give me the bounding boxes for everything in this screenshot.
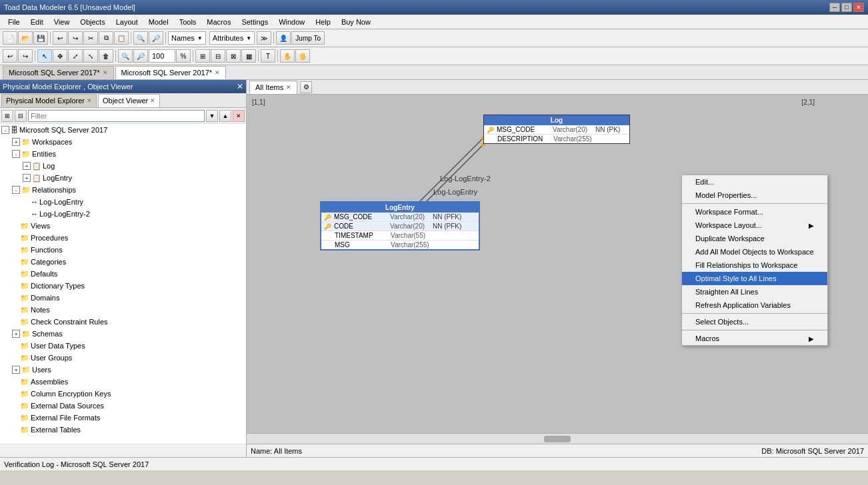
ctx-refresh-vars[interactable]: Refresh Application Variables [682, 298, 827, 312]
cut-button[interactable]: ✂ [83, 31, 98, 45]
logentry-entity[interactable]: LogEntry 🔑 MSG_CODE Varchar(20) NN (PFK)… [320, 201, 480, 250]
workspaces-expand[interactable]: + [12, 138, 20, 146]
menu-view[interactable]: View [49, 17, 75, 27]
menu-macros[interactable]: Macros [201, 17, 236, 27]
ctx-straighten-lines[interactable]: Straighten All Lines [682, 285, 827, 298]
user-button[interactable]: 👤 [276, 31, 291, 45]
menu-file[interactable]: File [3, 17, 25, 27]
tree-nav-down-button[interactable]: ▼ [206, 110, 218, 122]
ctx-macros[interactable]: Macros ▶ [682, 332, 827, 345]
tree-functions[interactable]: 📁 Functions [0, 244, 246, 256]
menu-buynow[interactable]: Buy Now [336, 17, 376, 27]
canvas-tab-settings-button[interactable]: ⚙ [300, 81, 312, 93]
h-scrollbar-thumb[interactable] [544, 436, 571, 442]
close-button[interactable]: ✕ [853, 3, 864, 12]
all-items-tab-close[interactable]: ✕ [286, 84, 291, 91]
tree-root[interactable]: - 🗄 Microsoft SQL Server 2017 [0, 124, 246, 136]
tb2-btn13[interactable]: ▦ [241, 49, 256, 63]
menu-settings[interactable]: Settings [236, 17, 273, 27]
attributes-dropdown[interactable]: Attributes ▼ [209, 31, 255, 45]
tree-relationships[interactable]: - 📁 Relationships [0, 184, 246, 196]
log-expand[interactable]: + [23, 162, 31, 170]
tab-1[interactable]: Microsoft SQL Server 2017* ✕ [3, 66, 114, 79]
maximize-button[interactable]: □ [841, 3, 852, 12]
tab-2-close[interactable]: ✕ [215, 69, 220, 76]
ctx-edit[interactable]: Edit... [682, 175, 827, 189]
zoom-out-button[interactable]: 🔎 [149, 31, 163, 45]
menu-objects[interactable]: Objects [75, 17, 110, 27]
sub-tab-1-close[interactable]: ✕ [150, 97, 155, 104]
diagram-canvas[interactable]: [1,1] [2,1] Log-LogEntry-2 Log-LogEntry … [247, 95, 868, 433]
tb2-btn5[interactable]: ⤢ [68, 49, 83, 63]
tb2-btn2[interactable]: ↪ [18, 49, 33, 63]
copy-button[interactable]: ⧉ [99, 31, 113, 45]
tree-procedures[interactable]: 📁 Procedures [0, 232, 246, 244]
tb2-btn6[interactable]: ⤡ [83, 49, 98, 63]
menu-edit[interactable]: Edit [25, 17, 49, 27]
tree-ext-tables[interactable]: 📁 External Tables [0, 424, 246, 436]
root-expand[interactable]: - [1, 126, 9, 134]
undo-button[interactable]: ↩ [53, 31, 67, 45]
open-button[interactable]: 📂 [18, 31, 33, 45]
tb2-btn8[interactable]: 🔍 [118, 49, 133, 63]
tree-schemas[interactable]: + 📁 Schemas [0, 328, 246, 340]
zoom-step-button[interactable]: % [176, 49, 191, 63]
sub-tab-0-close[interactable]: ✕ [87, 97, 92, 104]
select-tool-button[interactable]: ↖ [37, 49, 52, 63]
zoom-in-button[interactable]: 🔍 [133, 31, 148, 45]
tb2-btn10[interactable]: ⊞ [195, 49, 210, 63]
tree-rel-1[interactable]: ↔ Log-LogEntry [0, 196, 246, 208]
all-items-tab[interactable]: All Items ✕ [249, 81, 297, 94]
menu-model[interactable]: Model [143, 17, 174, 27]
panel-collapse-all-button[interactable]: ⊟ [15, 110, 27, 122]
menu-window[interactable]: Window [273, 17, 310, 27]
tree-notes[interactable]: 📁 Notes [0, 304, 246, 316]
tree-clear-filter-button[interactable]: ✕ [233, 110, 245, 122]
tree-col-enc-keys[interactable]: 📁 Column Encryption Keys [0, 388, 246, 400]
sub-tab-object-viewer[interactable]: Object Viewer ✕ [98, 94, 160, 107]
tree-ext-data-sources[interactable]: 📁 External Data Sources [0, 400, 246, 412]
ctx-optimal-style[interactable]: Optimal Style to All Lines [682, 272, 827, 285]
tree-filter-input[interactable] [28, 110, 205, 122]
panel-close-button[interactable]: ✕ [237, 82, 243, 91]
tb2-btn1[interactable]: ↩ [3, 49, 17, 63]
panel-expand-all-button[interactable]: ⊞ [1, 110, 13, 122]
log-entity[interactable]: Log 🔑 MSG_CODE Varchar(20) NN (PK) DESCR… [483, 115, 630, 144]
zoom-dropdown[interactable]: 100 [149, 49, 175, 63]
tree-user-data-types[interactable]: 📁 User Data Types [0, 340, 246, 352]
logentry-expand[interactable]: + [23, 174, 31, 182]
tab-2[interactable]: Microsoft SQL Server 2017* ✕ [115, 66, 227, 79]
save-button[interactable]: 💾 [33, 31, 48, 45]
jump-button[interactable]: Jump To [291, 31, 325, 45]
tree-users[interactable]: + 📁 Users [0, 364, 246, 376]
tree-defaults[interactable]: 📁 Defaults [0, 268, 246, 280]
tree-log[interactable]: + 📋 Log [0, 160, 246, 172]
ctx-fill-relationships[interactable]: Fill Relationships to Workspace [682, 258, 827, 272]
tb2-btn14[interactable]: T [261, 49, 275, 63]
tb2-btn4[interactable]: ✥ [53, 49, 67, 63]
menu-tools[interactable]: Tools [174, 17, 202, 27]
minimize-button[interactable]: ─ [829, 3, 840, 12]
ctx-model-properties[interactable]: Model Properties... [682, 189, 827, 202]
entities-expand[interactable]: - [12, 150, 20, 158]
ctx-select-objects[interactable]: Select Objects... [682, 315, 827, 328]
tb2-btn9[interactable]: 🔎 [133, 49, 148, 63]
tab-1-close[interactable]: ✕ [103, 69, 108, 76]
more-options-button[interactable]: ≫ [257, 31, 271, 45]
menu-help[interactable]: Help [310, 17, 336, 27]
users-expand[interactable]: + [12, 366, 20, 374]
tree-ext-file-formats[interactable]: 📁 External File Formats [0, 412, 246, 424]
tb2-btn12[interactable]: ⊠ [226, 49, 241, 63]
tree-workspaces[interactable]: + 📁 Workspaces [0, 136, 246, 148]
tree-categories[interactable]: 📁 Categories [0, 256, 246, 268]
menu-layout[interactable]: Layout [111, 17, 143, 27]
relationships-expand[interactable]: - [12, 186, 20, 194]
tree-nav-up-button[interactable]: ▲ [219, 110, 231, 122]
sub-tab-physical-model[interactable]: Physical Model Explorer ✕ [1, 94, 97, 107]
tree-logentry[interactable]: + 📋 LogEntry [0, 172, 246, 184]
tb2-btn7[interactable]: 🗑 [99, 49, 113, 63]
tb2-btn11[interactable]: ⊟ [211, 49, 225, 63]
ctx-workspace-layout[interactable]: Workspace Layout... ▶ [682, 219, 827, 232]
tree-rel-2[interactable]: ↔ Log-LogEntry-2 [0, 208, 246, 220]
tree-user-groups[interactable]: 📁 User Groups [0, 352, 246, 364]
